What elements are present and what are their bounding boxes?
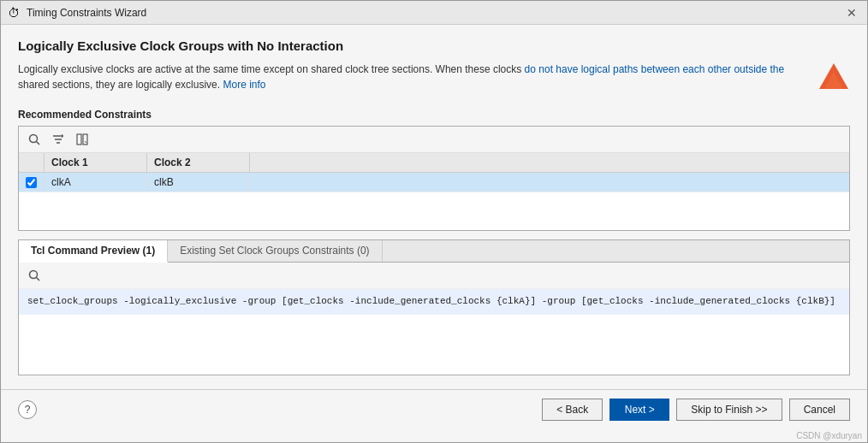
titlebar: ⏱ Timing Constraints Wizard ✕ bbox=[1, 1, 867, 25]
row-checkbox-cell[interactable] bbox=[19, 174, 45, 192]
footer: ? < Back Next > Skip to Finish >> Cancel bbox=[1, 389, 867, 429]
titlebar-left: ⏱ Timing Constraints Wizard bbox=[8, 6, 146, 20]
tab-row: Tcl Command Preview (1) Existing Set Clo… bbox=[19, 240, 849, 263]
more-info-link[interactable]: More info bbox=[223, 79, 265, 91]
row-clock2: clkB bbox=[147, 173, 250, 192]
tcl-command-preview: set_clock_groups -logically_exclusive -g… bbox=[19, 289, 849, 315]
desc-part1: Logically exclusive clocks are active at… bbox=[18, 63, 525, 75]
header-clock2: Clock 2 bbox=[147, 153, 250, 172]
filter-icon bbox=[52, 133, 64, 145]
desc-part2: shared sections, they are logically excl… bbox=[18, 79, 220, 91]
recommended-constraints-panel: Clock 1 Clock 2 clkA clkB bbox=[18, 126, 850, 231]
help-button[interactable]: ? bbox=[18, 400, 37, 419]
filter-toolbar-button[interactable] bbox=[48, 130, 68, 149]
svg-point-2 bbox=[30, 135, 38, 143]
cancel-button[interactable]: Cancel bbox=[789, 399, 850, 421]
titlebar-title: Timing Constraints Wizard bbox=[27, 7, 146, 19]
svg-rect-5 bbox=[83, 134, 87, 145]
bottom-panel: Tcl Command Preview (1) Existing Set Clo… bbox=[18, 239, 850, 375]
columns-toolbar-button[interactable] bbox=[72, 130, 92, 149]
cmd-search-button[interactable] bbox=[24, 266, 45, 285]
description-area: Logically exclusive clocks are active at… bbox=[18, 62, 850, 97]
app-icon: ⏱ bbox=[8, 6, 21, 20]
table-toolbar bbox=[19, 127, 849, 153]
xilinx-logo bbox=[817, 62, 850, 94]
description-text: Logically exclusive clocks are active at… bbox=[18, 62, 807, 92]
table-header: Clock 1 Clock 2 bbox=[19, 153, 849, 173]
next-button[interactable]: Next > bbox=[609, 399, 669, 421]
tab-tcl-preview[interactable]: Tcl Command Preview (1) bbox=[19, 240, 168, 263]
constraints-table: Clock 1 Clock 2 clkA clkB bbox=[19, 153, 849, 230]
svg-point-7 bbox=[30, 271, 38, 279]
table-row: clkA clkB bbox=[19, 173, 849, 192]
footer-right: < Back Next > Skip to Finish >> Cancel bbox=[542, 399, 850, 421]
footer-left: ? bbox=[18, 400, 37, 419]
main-window: ⏱ Timing Constraints Wizard ✕ Logically … bbox=[0, 0, 868, 443]
row-checkbox[interactable] bbox=[26, 177, 37, 188]
skip-to-finish-button[interactable]: Skip to Finish >> bbox=[676, 399, 782, 421]
tab-existing-constraints[interactable]: Existing Set Clock Groups Constraints (0… bbox=[168, 240, 382, 262]
row-clock1: clkA bbox=[45, 173, 147, 192]
search-icon bbox=[28, 133, 40, 145]
main-content: Logically Exclusive Clock Groups with No… bbox=[1, 25, 867, 389]
svg-rect-4 bbox=[77, 134, 81, 145]
watermark: CSDN @xduryan bbox=[1, 429, 867, 442]
svg-line-3 bbox=[37, 142, 40, 145]
cmd-search-icon bbox=[28, 269, 40, 281]
search-toolbar-button[interactable] bbox=[24, 130, 45, 149]
close-button[interactable]: ✕ bbox=[843, 4, 860, 21]
logo-area bbox=[817, 62, 850, 97]
svg-line-6 bbox=[85, 141, 86, 143]
columns-icon bbox=[76, 133, 88, 145]
section-label: Recommended Constraints bbox=[18, 109, 850, 121]
header-clock1: Clock 1 bbox=[45, 153, 147, 172]
page-title: Logically Exclusive Clock Groups with No… bbox=[18, 38, 850, 53]
back-button[interactable]: < Back bbox=[542, 399, 603, 421]
desc-highlight: do not have logical paths between each o… bbox=[525, 63, 785, 75]
svg-line-8 bbox=[37, 278, 40, 281]
header-check bbox=[19, 153, 45, 172]
cmd-toolbar bbox=[19, 263, 849, 289]
